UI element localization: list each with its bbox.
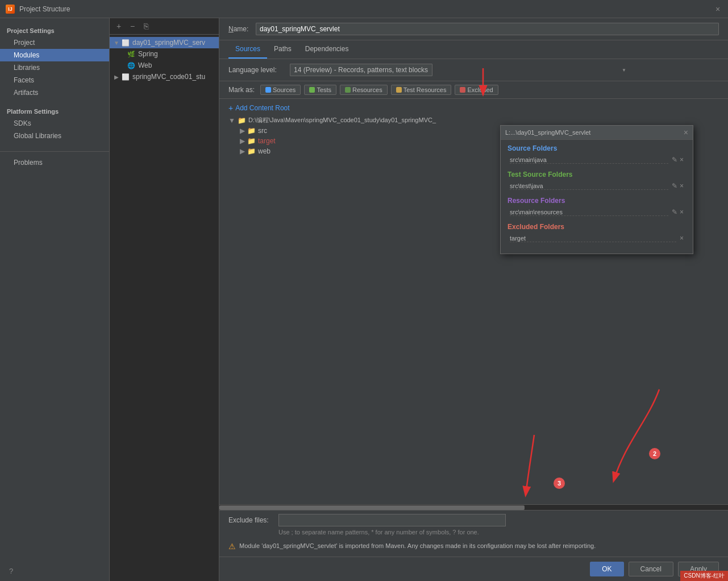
tree-item-spring[interactable]: 🌿 Spring bbox=[110, 48, 219, 60]
mark-test-resources-label: Test Resources bbox=[403, 86, 447, 93]
cancel-button[interactable]: Cancel bbox=[629, 562, 673, 576]
tree-item-web[interactable]: 🌐 Web bbox=[110, 60, 219, 71]
add-content-root[interactable]: + Add Content Root bbox=[219, 101, 728, 115]
expand-icon: ▶ bbox=[113, 73, 120, 80]
name-input[interactable] bbox=[256, 23, 719, 35]
add-content-root-label: Add Content Root bbox=[235, 104, 289, 112]
plus-icon: + bbox=[228, 103, 233, 113]
tree-item-label: day01_springMVC_serv bbox=[132, 39, 205, 47]
resource-folder-entry: src\main\resources ✎ × bbox=[507, 207, 686, 217]
tab-sources[interactable]: Sources bbox=[228, 40, 267, 59]
copy-button[interactable]: ⎘ bbox=[140, 20, 152, 32]
mark-excluded-label: Excluded bbox=[467, 86, 493, 93]
test-resources-dot bbox=[396, 87, 402, 93]
excluded-actions: × bbox=[680, 234, 684, 242]
help-button[interactable]: ? bbox=[9, 567, 13, 575]
sidebar-item-artifacts[interactable]: Artifacts bbox=[0, 86, 109, 99]
sidebar-item-libraries[interactable]: Libraries bbox=[0, 61, 109, 74]
popup-close-button[interactable]: × bbox=[684, 128, 688, 137]
mark-tests-button[interactable]: Tests bbox=[304, 85, 336, 95]
mark-resources-button[interactable]: Resources bbox=[340, 85, 388, 95]
main-content: Project Settings Project Modules Librari… bbox=[0, 18, 728, 581]
sidebar-item-global-libraries[interactable]: Global Libraries bbox=[0, 130, 109, 142]
expand-icon: ▶ bbox=[240, 127, 245, 135]
edit-source-icon[interactable]: ✎ bbox=[672, 156, 677, 164]
target-label: target bbox=[258, 137, 276, 145]
excluded-folder-entry: target × bbox=[507, 233, 686, 243]
right-panel: Name: Sources Paths Dependencies Languag… bbox=[219, 18, 728, 581]
popup-body: Source Folders src\main\java ✎ × Test So… bbox=[501, 140, 693, 254]
sidebar-item-project[interactable]: Project bbox=[0, 36, 109, 49]
tree-item-label: Spring bbox=[138, 50, 158, 58]
lang-label: Language level: bbox=[228, 66, 285, 74]
exclude-files-input[interactable] bbox=[278, 514, 506, 526]
web-label: web bbox=[258, 147, 271, 155]
excluded-path: target bbox=[510, 235, 676, 242]
tab-paths[interactable]: Paths bbox=[267, 40, 298, 59]
test-source-actions: ✎ × bbox=[672, 182, 684, 190]
warning-row: ⚠ Module 'day01_springMVC_servlet' is im… bbox=[228, 539, 719, 553]
delete-excluded-icon[interactable]: × bbox=[680, 234, 684, 242]
add-button[interactable]: + bbox=[113, 20, 124, 32]
remove-button[interactable]: − bbox=[127, 20, 138, 32]
tabs-row: Sources Paths Dependencies bbox=[219, 40, 728, 59]
expand-icon: ▶ bbox=[240, 137, 245, 145]
delete-source-icon[interactable]: × bbox=[680, 156, 684, 164]
exclude-files-label: Exclude files: bbox=[228, 516, 274, 524]
badge-2: 2 bbox=[649, 448, 660, 459]
module-icon: ⬜ bbox=[121, 72, 130, 81]
mark-sources-button[interactable]: Sources bbox=[260, 85, 301, 95]
excluded-folders-title: Excluded Folders bbox=[507, 223, 686, 231]
web-icon: 🌐 bbox=[127, 61, 136, 70]
sidebar-item-facets[interactable]: Facets bbox=[0, 74, 109, 86]
spring-icon: 🌿 bbox=[127, 49, 136, 59]
mark-test-resources-button[interactable]: Test Resources bbox=[391, 85, 452, 95]
delete-test-source-icon[interactable]: × bbox=[680, 182, 684, 190]
tree-item-springmvc[interactable]: ▶ ⬜ springMVC_code01_stu bbox=[110, 71, 219, 82]
resource-path: src\main\resources bbox=[510, 209, 668, 216]
source-path: src\main\java bbox=[510, 156, 668, 164]
mark-excluded-button[interactable]: Excluded bbox=[455, 85, 498, 95]
tab-dependencies[interactable]: Dependencies bbox=[298, 40, 356, 59]
tree-item-day01[interactable]: ▼ ⬜ day01_springMVC_serv bbox=[110, 37, 219, 48]
sources-dot bbox=[265, 87, 271, 93]
sidebar-item-modules[interactable]: Modules bbox=[0, 49, 109, 61]
language-level-select[interactable]: 14 (Preview) - Records, patterns, text b… bbox=[290, 64, 432, 76]
dialog-wrapper: IJ Project Structure × Project Settings … bbox=[0, 0, 728, 581]
app-icon: IJ bbox=[6, 5, 15, 14]
edit-resource-icon[interactable]: ✎ bbox=[672, 208, 677, 216]
horizontal-scrollbar[interactable] bbox=[219, 504, 728, 510]
source-folder-entry: src\main\java ✎ × bbox=[507, 155, 686, 165]
tree-panel: + − ⎘ ▼ ⬜ day01_springMVC_serv 🌿 Spring bbox=[110, 18, 219, 581]
expand-icon: ▼ bbox=[113, 39, 120, 46]
sidebar-item-problems[interactable]: Problems bbox=[0, 156, 109, 169]
exclude-hint: Use ; to separate name patterns, * for a… bbox=[228, 529, 719, 536]
module-tree: ▼ ⬜ day01_springMVC_serv 🌿 Spring 🌐 Web … bbox=[110, 35, 219, 581]
expand-icon: ▼ bbox=[228, 117, 235, 125]
mark-as-label: Mark as: bbox=[228, 86, 255, 94]
source-actions: ✎ × bbox=[672, 156, 684, 164]
delete-resource-icon[interactable]: × bbox=[680, 208, 684, 216]
edit-test-source-icon[interactable]: ✎ bbox=[672, 182, 677, 190]
excluded-folder-icon: 📁 bbox=[247, 137, 256, 145]
popup-title: L:...\day01_springMVC_servlet bbox=[505, 129, 590, 136]
content-root-popup: L:...\day01_springMVC_servlet × Source F… bbox=[500, 125, 693, 254]
bottom-bar: Exclude files: Use ; to separate name pa… bbox=[219, 510, 728, 557]
expand-icon: ▶ bbox=[240, 147, 245, 155]
resource-actions: ✎ × bbox=[672, 208, 684, 216]
language-level-row: Language level: 14 (Preview) - Records, … bbox=[219, 59, 728, 81]
mark-resources-label: Resources bbox=[352, 86, 382, 93]
src-label: src bbox=[258, 127, 267, 135]
close-button[interactable]: × bbox=[713, 5, 722, 14]
sidebar-item-sdks[interactable]: SDKs bbox=[0, 117, 109, 130]
content-root-item[interactable]: ▼ 📁 D:\编程\Java\Maven\springMVC_code01_st… bbox=[219, 115, 728, 126]
resource-folders-title: Resource Folders bbox=[507, 197, 686, 205]
test-source-folder-entry: src\test\java ✎ × bbox=[507, 181, 686, 191]
watermark: CSDN博客-红叶 bbox=[680, 571, 728, 581]
title-bar: IJ Project Structure × bbox=[0, 0, 728, 18]
ok-button[interactable]: OK bbox=[590, 562, 623, 576]
mark-sources-label: Sources bbox=[273, 86, 296, 93]
warning-icon: ⚠ bbox=[228, 542, 236, 551]
test-source-folders-title: Test Source Folders bbox=[507, 171, 686, 179]
source-folders-title: Source Folders bbox=[507, 144, 686, 152]
